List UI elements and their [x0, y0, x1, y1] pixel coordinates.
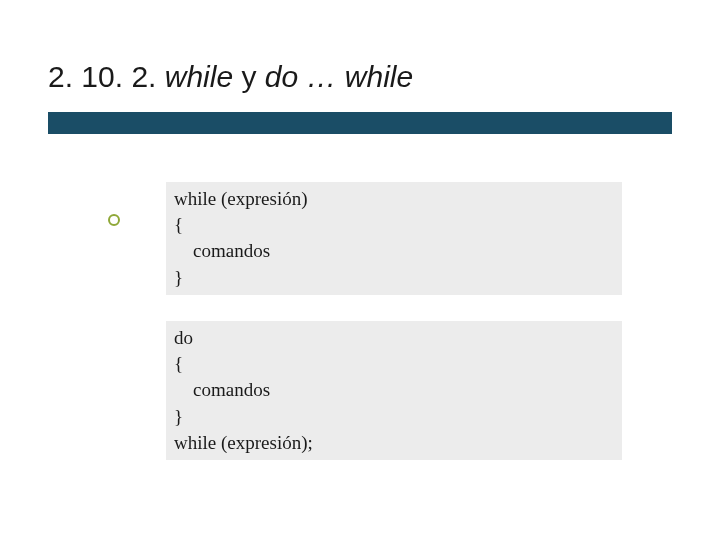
- slide: 2. 10. 2. while y do … while while (expr…: [0, 0, 720, 460]
- code-area: while (expresión) { comandos } do { coma…: [166, 182, 622, 460]
- slide-title: 2. 10. 2. while y do … while: [48, 60, 672, 94]
- connector: y: [241, 60, 264, 93]
- keyword-do-while: do … while: [265, 60, 413, 93]
- keyword-while: while: [165, 60, 242, 93]
- bullet-icon: [108, 214, 120, 226]
- section-number: 2. 10. 2.: [48, 60, 165, 93]
- code-block-while: while (expresión) { comandos }: [166, 182, 622, 295]
- title-underline: [48, 112, 672, 134]
- code-block-do-while: do { comandos } while (expresión);: [166, 321, 622, 460]
- title-wrap: 2. 10. 2. while y do … while: [48, 60, 672, 134]
